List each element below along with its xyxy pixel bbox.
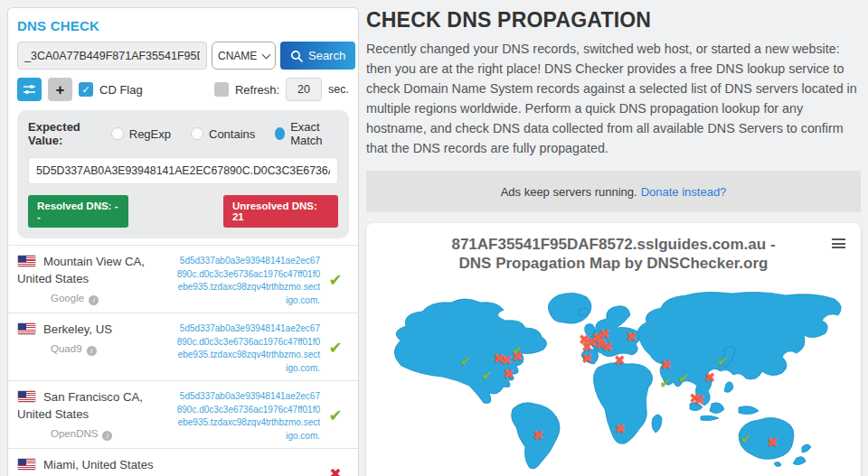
- server-provider: Quad9: [51, 343, 82, 354]
- server-status-icon: ✔: [320, 321, 351, 375]
- map-unresolved-marker[interactable]: ✖: [581, 350, 593, 364]
- sliders-icon: [23, 83, 36, 96]
- refresh-group: Refresh: sec.: [214, 78, 349, 101]
- world-map[interactable]: ✔✔✔✔✔✔✔✖✖✖✖✖✖✖✖✖✖✖✖✖✖✖✖✖✖✖✖✖: [379, 285, 849, 476]
- map-unresolved-marker[interactable]: ✖: [512, 350, 524, 363]
- map-resolved-marker[interactable]: ✔: [459, 354, 471, 368]
- us-flag-icon: [17, 390, 36, 403]
- us-flag-icon: [17, 322, 36, 335]
- unresolved-cross-icon: ✖: [329, 465, 341, 476]
- record-type-value: CNAME: [218, 50, 257, 62]
- server-list: Mountain View CA, United States Googlei …: [8, 245, 358, 476]
- map-title-line2: DNS Propagation Map by DNSChecker.org: [366, 254, 861, 273]
- match-mode-label: Contains: [209, 127, 255, 141]
- unresolved-count-badge: Unresolved DNS: 21: [223, 195, 338, 228]
- us-flag-icon: [17, 255, 36, 267]
- map-resolved-marker[interactable]: ✔: [678, 371, 690, 385]
- server-location: Mountain View CA, United States: [17, 255, 145, 285]
- server-provider: OpenDNS: [51, 428, 98, 439]
- map-unresolved-marker[interactable]: ✖: [693, 392, 705, 406]
- radio-icon: [111, 127, 124, 140]
- resolved-check-icon: ✔: [328, 406, 342, 425]
- search-button-label: Search: [308, 49, 345, 62]
- match-mode-label: Exact Match: [290, 120, 338, 147]
- server-status-icon: ✖: [320, 456, 351, 476]
- options-row: + ✓ CD Flag Refresh: sec.: [17, 78, 349, 101]
- info-icon[interactable]: i: [102, 431, 112, 441]
- expected-value-panel: Expected Value: RegExpContainsExact Matc…: [17, 110, 349, 238]
- search-icon: [290, 50, 303, 62]
- server-row: Miami, United States AT&T Servicesi - ✖: [8, 449, 358, 476]
- server-resolved-value[interactable]: 5d5d337ab0a3e93948141ae2ec67890c.d0c3c3e…: [176, 388, 320, 443]
- map-resolved-marker[interactable]: ✔: [481, 369, 493, 382]
- resolved-count-badge: Resolved DNS: --: [28, 195, 128, 228]
- match-mode-regexp[interactable]: RegExp: [111, 127, 171, 141]
- server-row: Berkeley, US Quad9i 5d5d337ab0a3e9394814…: [8, 313, 358, 381]
- map-unresolved-marker[interactable]: ✖: [503, 367, 514, 380]
- match-mode-group: RegExpContainsExact Match: [111, 120, 338, 147]
- server-resolved-value[interactable]: 5d5d337ab0a3e93948141ae2ec67890c.d0c3c3e…: [176, 253, 320, 307]
- ads-text: Ads keep servers running.: [501, 185, 637, 199]
- refresh-unit: sec.: [328, 83, 349, 96]
- server-provider: Google: [51, 293, 84, 303]
- map-unresolved-marker[interactable]: ✖: [767, 435, 778, 449]
- map-resolved-marker[interactable]: ✔: [717, 353, 729, 367]
- map-resolved-marker[interactable]: ✔: [741, 432, 752, 445]
- intro-text: Recently changed your DNS records, switc…: [366, 39, 861, 158]
- match-mode-contains[interactable]: Contains: [191, 127, 255, 141]
- record-type-select[interactable]: CNAME: [212, 42, 276, 70]
- server-status-icon: ✔: [320, 253, 351, 307]
- map-unresolved-marker[interactable]: ✖: [501, 353, 513, 367]
- panel-title: DNS CHECK: [17, 18, 349, 33]
- chart-menu-icon[interactable]: [832, 238, 845, 251]
- map-resolved-marker[interactable]: ✔: [659, 376, 671, 389]
- refresh-label: Refresh:: [235, 83, 279, 97]
- server-status-icon: ✔: [320, 388, 351, 443]
- us-flag-icon: [17, 458, 36, 471]
- radio-icon: [275, 127, 285, 140]
- add-server-button[interactable]: +: [48, 78, 72, 101]
- map-unresolved-marker[interactable]: ✖: [614, 353, 626, 367]
- resolved-check-icon: ✔: [328, 270, 342, 290]
- map-unresolved-marker[interactable]: ✖: [704, 370, 716, 384]
- map-unresolved-marker[interactable]: ✖: [533, 427, 544, 441]
- map-unresolved-marker[interactable]: ✖: [614, 422, 626, 435]
- main-content: CHECK DNS PROPAGATION Recently changed y…: [366, 0, 861, 476]
- propagation-map-card: 871AF35541F95DAF8572.sslguides.com.au - …: [366, 223, 861, 476]
- ads-notice-bar: Ads keep servers running. Donate instead…: [366, 171, 861, 212]
- search-row: CNAME Search: [17, 42, 355, 70]
- refresh-seconds-input[interactable]: [286, 78, 322, 101]
- refresh-checkbox[interactable]: [214, 82, 229, 97]
- map-unresolved-marker[interactable]: ✖: [626, 329, 637, 342]
- match-mode-label: RegExp: [129, 127, 171, 141]
- map-title-line1: 871AF35541F95DAF8572.sslguides.com.au -: [366, 235, 861, 254]
- cd-flag-checkbox[interactable]: ✓: [79, 82, 93, 97]
- expected-value-input[interactable]: [28, 157, 338, 184]
- hostname-input[interactable]: [17, 42, 207, 70]
- server-location: Miami, United States: [43, 458, 154, 471]
- page-title: CHECK DNS PROPAGATION: [366, 8, 861, 33]
- cd-flag-label: CD Flag: [99, 83, 143, 97]
- server-location: Berkeley, US: [43, 322, 112, 336]
- map-unresolved-marker[interactable]: ✖: [601, 340, 613, 353]
- match-mode-exact-match[interactable]: Exact Match: [275, 120, 338, 147]
- donate-link[interactable]: Donate instead?: [641, 185, 727, 199]
- resolved-check-icon: ✔: [328, 338, 342, 358]
- server-resolved-value[interactable]: -: [176, 456, 320, 476]
- filter-settings-button[interactable]: [17, 78, 42, 101]
- search-button[interactable]: Search: [280, 42, 355, 70]
- radio-icon: [191, 127, 203, 140]
- info-icon[interactable]: i: [89, 295, 99, 305]
- dns-check-panel: DNS CHECK CNAME Search + ✓ CD Flag: [7, 7, 359, 476]
- info-icon[interactable]: i: [87, 346, 97, 356]
- server-row: Mountain View CA, United States Googlei …: [8, 246, 358, 313]
- expected-value-label: Expected Value:: [28, 120, 111, 147]
- map-unresolved-marker[interactable]: ✖: [660, 358, 672, 371]
- server-resolved-value[interactable]: 5d5d337ab0a3e93948141ae2ec67890c.d0c3c3e…: [176, 321, 320, 375]
- chevron-down-icon: [262, 50, 271, 59]
- server-row: San Francisco CA, United States OpenDNSi…: [8, 381, 358, 449]
